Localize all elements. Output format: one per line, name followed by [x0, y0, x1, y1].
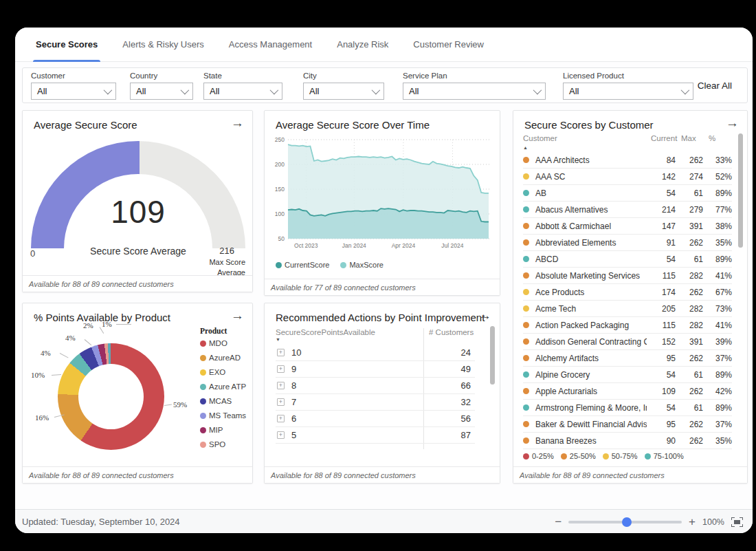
- legend-item-mcas[interactable]: MCAS: [200, 397, 246, 405]
- customer-name: Alchemy Artifacts: [535, 354, 647, 363]
- expand-icon[interactable]: +: [277, 382, 285, 389]
- vertical-scrollbar[interactable]: [490, 326, 495, 385]
- table-row[interactable]: Baker & Dewitt Financial Advisors9526237…: [523, 416, 732, 433]
- filter-service-plan-select[interactable]: All: [403, 83, 546, 100]
- tier-dot-icon: [523, 355, 529, 361]
- filter-state-select[interactable]: All: [203, 83, 282, 100]
- table-row[interactable]: Abacus Alternatives21427977%: [523, 202, 732, 218]
- legend-item-azuread[interactable]: AzureAD: [200, 354, 246, 362]
- customer-name: Alpine Grocery: [535, 370, 647, 380]
- legend-item-ms-teams[interactable]: MS Teams: [200, 411, 246, 420]
- table-row[interactable]: Alchemy Artifacts9526237%: [523, 350, 732, 367]
- legend-item-currentscore[interactable]: CurrentScore: [276, 261, 329, 269]
- table-row[interactable]: AB546189%: [523, 185, 732, 202]
- table-row[interactable]: Abbott & Carmichael14739138%: [523, 218, 732, 235]
- score-percent: 37%: [703, 354, 732, 363]
- col-num-customers[interactable]: # Customers: [429, 328, 474, 336]
- table-row[interactable]: Ace Products17426267%: [523, 284, 732, 301]
- label-leader-line: [85, 339, 92, 345]
- table-row[interactable]: Absolute Marketing Services11528241%: [523, 268, 732, 284]
- table-row[interactable]: Acme Tech20528273%: [523, 301, 732, 317]
- filter-country-select[interactable]: All: [130, 83, 193, 100]
- legend-item-maxscore[interactable]: MaxScore: [340, 261, 383, 269]
- expand-icon[interactable]: +: [277, 415, 285, 422]
- drill-through-arrow-icon[interactable]: →: [726, 116, 739, 129]
- filter-customer-select[interactable]: All: [31, 83, 116, 100]
- table-row[interactable]: Banana Breezes9026235%: [523, 433, 732, 449]
- legend-item-75-100[interactable]: 75-100%: [645, 452, 684, 460]
- table-row[interactable]: +949: [276, 361, 475, 378]
- tab-access-management[interactable]: Access Management: [216, 28, 324, 62]
- table-row[interactable]: AAA Architects8426233%: [523, 152, 732, 169]
- table-row[interactable]: Alpine Grocery546189%: [523, 367, 732, 383]
- legend-item-0-25[interactable]: 0-25%: [523, 452, 554, 460]
- legend-item-mip[interactable]: MIP: [200, 426, 246, 434]
- table-row[interactable]: +656: [276, 411, 475, 427]
- donut-hole: [78, 364, 144, 429]
- expand-icon[interactable]: +: [277, 349, 285, 356]
- sort-ascending-icon: ▲: [523, 145, 528, 150]
- table-row[interactable]: Abbreviated Elements9126235%: [523, 235, 732, 251]
- zoom-slider-thumb[interactable]: [622, 517, 632, 527]
- table-row[interactable]: Apple Acturarials10926242%: [523, 383, 732, 400]
- fit-to-screen-icon[interactable]: [731, 517, 743, 527]
- legend-dot-icon: [200, 355, 206, 361]
- expand-icon[interactable]: +: [277, 365, 285, 373]
- donut-chart[interactable]: [58, 343, 164, 450]
- col-max[interactable]: Max: [681, 134, 696, 142]
- card-footer-note: Available for 88 of 89 connected custome…: [265, 466, 500, 483]
- tab-analyze-risk[interactable]: Analyze Risk: [324, 28, 401, 62]
- table-row[interactable]: AAA SC14227452%: [523, 169, 732, 185]
- tier-dot-icon: [523, 338, 529, 345]
- table-row[interactable]: +1024: [276, 345, 475, 361]
- vertical-scrollbar[interactable]: [738, 133, 743, 248]
- legend-label: MDO: [209, 339, 227, 347]
- label-leader-line: [60, 353, 69, 358]
- tier-dot-icon: [523, 223, 529, 229]
- legend-item-mdo[interactable]: MDO: [200, 339, 246, 347]
- table-row[interactable]: +587: [276, 427, 475, 444]
- svg-text:Jul 2024: Jul 2024: [441, 242, 463, 249]
- card-footer-note: Available for 88 of 89 connected custome…: [513, 466, 747, 483]
- zoom-in-button[interactable]: +: [689, 516, 696, 528]
- drill-through-arrow-icon[interactable]: →: [231, 116, 244, 129]
- filter-city-select[interactable]: All: [303, 83, 384, 100]
- table-row[interactable]: +732: [276, 394, 475, 411]
- tab-customer-review[interactable]: Customer Review: [401, 28, 496, 62]
- table-row[interactable]: Action Packed Packaging11528241%: [523, 317, 732, 334]
- zoom-slider[interactable]: [568, 521, 682, 523]
- tier-dot-icon: [523, 404, 529, 411]
- selected-value: All: [569, 86, 579, 96]
- card-title: Average Secure Score: [34, 119, 137, 131]
- col-pct[interactable]: %: [709, 134, 715, 142]
- table-row[interactable]: ABCD546189%: [523, 251, 732, 268]
- donut-slice-label: 4%: [41, 349, 51, 357]
- expand-icon[interactable]: +: [277, 431, 285, 439]
- customer-count: 56: [461, 413, 471, 424]
- customer-name: Addison General Contracting Co.: [535, 337, 647, 347]
- legend-item-25-50[interactable]: 25-50%: [561, 452, 596, 460]
- current-score: 95: [647, 354, 676, 363]
- tab-secure-scores[interactable]: Secure Scores: [23, 28, 110, 62]
- drill-through-arrow-icon[interactable]: →: [231, 309, 244, 322]
- selected-value: All: [210, 86, 219, 96]
- expand-icon[interactable]: +: [277, 398, 285, 406]
- drill-through-arrow-icon[interactable]: →: [478, 309, 491, 322]
- legend-item-spo[interactable]: SPO: [200, 440, 246, 449]
- table-row[interactable]: Addison General Contracting Co.15239139%: [523, 334, 732, 350]
- table-row[interactable]: Armstrong Fleming & Moore, Inc.546189%: [523, 400, 732, 416]
- tab-bar: Secure ScoresAlerts & Risky UsersAccess …: [15, 28, 753, 62]
- table-row[interactable]: +866: [276, 378, 475, 394]
- legend-item-azure-atp[interactable]: Azure ATP: [200, 382, 246, 391]
- col-current[interactable]: Current: [651, 134, 677, 142]
- zoom-out-button[interactable]: −: [555, 516, 562, 528]
- legend-item-exo[interactable]: EXO: [200, 368, 246, 376]
- filter-licensed-product-select[interactable]: All: [563, 83, 693, 100]
- clear-all-button[interactable]: Clear All: [698, 80, 732, 91]
- max-score: 282: [676, 321, 703, 330]
- tab-alerts-risky-users[interactable]: Alerts & Risky Users: [110, 28, 216, 62]
- timeline-chart: 50100150200250Oct 2023Jan 2024Apr 2024Ju…: [271, 136, 494, 257]
- legend-item-50-75[interactable]: 50-75%: [603, 452, 638, 460]
- col-customer[interactable]: Customer: [523, 134, 557, 142]
- legend-title: Product: [200, 327, 246, 335]
